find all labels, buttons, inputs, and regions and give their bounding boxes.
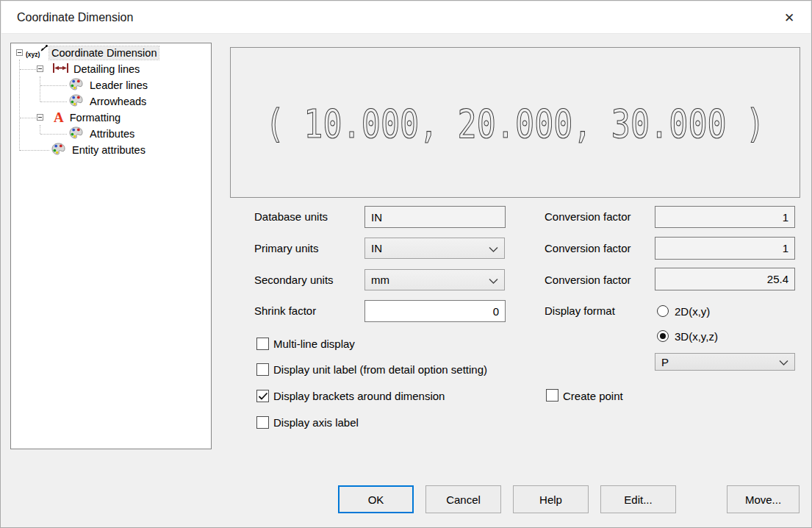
multi-line-display-label: Multi-line display	[273, 338, 355, 350]
shrink-factor-label: Shrink factor	[254, 304, 316, 318]
tree-connector	[20, 150, 49, 151]
secondary-units-dropdown[interactable]: mm	[364, 269, 505, 290]
shrink-factor-input[interactable]	[364, 300, 506, 322]
database-units-label: Database units	[254, 210, 328, 224]
palette-icon	[69, 126, 83, 142]
chevron-down-icon	[779, 356, 788, 368]
display-brackets-label: Display brackets around dimension	[273, 390, 445, 402]
axis-label-value: P	[661, 356, 669, 368]
secondary-units-value: mm	[371, 274, 389, 286]
dialog-title: Coordinate Dimension	[17, 11, 133, 24]
secondary-units-label: Secondary units	[254, 274, 334, 287]
svg-text:(xyz): (xyz)	[26, 51, 40, 58]
tree-item-label: Detailing lines	[71, 63, 142, 76]
tree-item-detailing-lines[interactable]: Detailing lines	[52, 62, 142, 76]
radio-3d-label: 3D(x,y,z)	[675, 330, 718, 343]
tree-connector	[20, 69, 36, 70]
conversion-factor-1-field: 1	[655, 206, 795, 228]
conversion-factor-3-label: Conversion factor	[545, 274, 631, 287]
conversion-factor-2-field: 1	[655, 237, 795, 260]
chevron-down-icon	[489, 242, 498, 254]
tree-item-entity-attributes[interactable]: Entity attributes	[51, 143, 148, 157]
primary-units-value: IN	[371, 242, 382, 254]
coordinate-dimension-dialog: Coordinate Dimension ✕ (xyz) Coordinate	[0, 0, 812, 528]
tree-item-arrowheads[interactable]: Arrowheads	[69, 94, 148, 109]
radio-2d-label: 2D(x,y)	[675, 305, 710, 318]
display-axis-label-label: Display axis label	[273, 416, 359, 429]
display-axis-label-checkbox[interactable]	[256, 416, 269, 429]
axis-label-dropdown[interactable]: P	[655, 353, 795, 371]
tree-collapse-toggle[interactable]	[16, 49, 23, 56]
tree-item-attributes[interactable]: Attributes	[69, 126, 137, 141]
create-point-checkbox[interactable]	[546, 389, 558, 402]
title-bar: Coordinate Dimension ✕	[1, 1, 811, 34]
tree-item-label: Leader lines	[87, 79, 150, 92]
dimension-line-icon	[52, 63, 69, 76]
tree-item-label: Arrowheads	[87, 95, 148, 108]
tree-connector	[20, 118, 36, 118]
palette-icon	[69, 78, 83, 93]
conversion-factor-3-field: 25.4	[655, 268, 795, 290]
edit-button[interactable]: Edit...	[600, 485, 676, 513]
cancel-button[interactable]: Cancel	[425, 485, 501, 513]
letter-a-icon: A	[54, 111, 64, 124]
tree-connector	[40, 76, 40, 101]
conversion-factor-1-label: Conversion factor	[545, 210, 631, 224]
help-button[interactable]: Help	[513, 485, 589, 513]
ok-button[interactable]: OK	[338, 485, 414, 513]
tree-item-coordinate-dimension[interactable]: (xyz) Coordinate Dimension	[26, 46, 159, 60]
database-units-field: IN	[364, 206, 506, 228]
radio-3d[interactable]	[657, 330, 669, 342]
radio-2d[interactable]	[657, 305, 669, 317]
display-unit-label-label: Display unit label (from detail option s…	[273, 363, 487, 376]
tree-item-label: Attributes	[87, 127, 137, 140]
palette-icon	[69, 94, 83, 110]
tree-connector	[40, 85, 67, 86]
tree-item-label: Coordinate Dimension	[49, 46, 159, 60]
create-point-label: Create point	[563, 390, 623, 402]
display-format-label: Display format	[545, 304, 615, 318]
tree-connector	[40, 125, 40, 134]
chevron-down-icon	[489, 274, 498, 286]
xyz-leader-icon: (xyz)	[26, 44, 49, 62]
move-button[interactable]: Move...	[727, 485, 800, 513]
tree-item-leader-lines[interactable]: Leader lines	[69, 78, 150, 93]
conversion-factor-2-label: Conversion factor	[545, 242, 631, 255]
tree-item-formatting[interactable]: A Formatting	[54, 110, 123, 125]
palette-icon	[51, 143, 65, 158]
tree-item-label: Entity attributes	[70, 143, 148, 157]
display-brackets-checkbox[interactable]	[256, 390, 269, 402]
display-unit-label-checkbox[interactable]	[256, 363, 269, 376]
dimension-preview: ( 10.000, 20.000, 30.000 )	[230, 47, 800, 198]
tree-connector	[40, 101, 67, 102]
preview-text: ( 10.000, 20.000, 30.000 )	[265, 101, 765, 147]
settings-tree: (xyz) Coordinate Dimension	[10, 43, 212, 449]
tree-item-label: Formatting	[68, 111, 123, 124]
checkmark-icon	[258, 392, 268, 401]
tree-collapse-toggle[interactable]	[37, 65, 43, 72]
tree-connector	[40, 134, 67, 135]
tree-collapse-toggle[interactable]	[37, 114, 43, 121]
close-icon[interactable]: ✕	[780, 9, 799, 28]
tree-connector	[19, 60, 20, 151]
multi-line-display-checkbox[interactable]	[256, 338, 269, 350]
primary-units-label: Primary units	[254, 242, 319, 255]
primary-units-dropdown[interactable]: IN	[364, 238, 505, 259]
